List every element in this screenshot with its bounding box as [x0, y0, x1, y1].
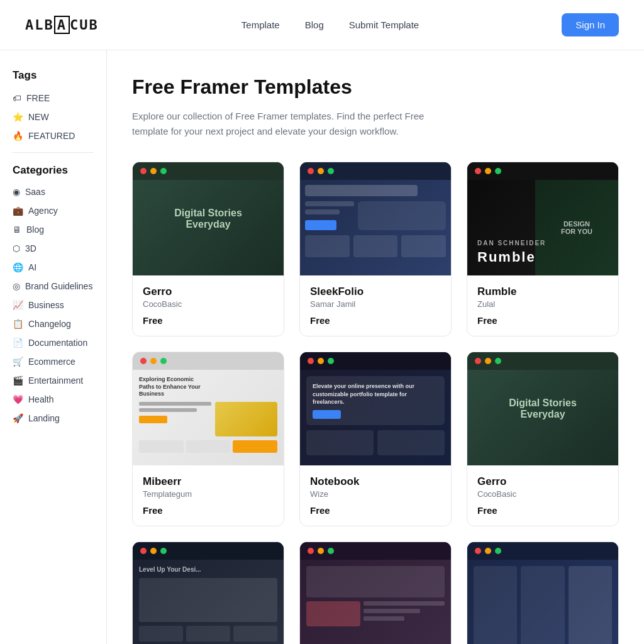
- bottom2-line: [364, 601, 445, 606]
- brand-guidelines-icon: ◎: [13, 281, 20, 291]
- card-info: Notebook Wize Free: [300, 465, 451, 526]
- dot-red: [308, 168, 314, 174]
- thumbnail-sleekfolio: [300, 162, 451, 275]
- ecommerce-label: Ecommerce: [28, 357, 75, 367]
- card-name: SleekFolio: [310, 286, 441, 298]
- sidebar-item-changelog[interactable]: 📋 Changelog: [13, 319, 94, 329]
- sidebar-item-3d[interactable]: ⬡ 3D: [13, 243, 94, 253]
- dot-red: [475, 358, 481, 364]
- gerro2-thumb-text: Digital StoriesEveryday: [509, 397, 577, 420]
- dot-yellow: [485, 168, 491, 174]
- dot-green: [495, 168, 501, 174]
- mibeerr-img-overlay: [215, 402, 277, 436]
- sleek-header: [305, 185, 418, 196]
- sidebar-item-saas[interactable]: ◉ Saas: [13, 187, 94, 197]
- thumbnail-bottom-2: [300, 542, 451, 644]
- dot-yellow: [318, 168, 324, 174]
- sidebar: Tags 🏷 FREE ⭐ NEW 🔥 FEATURED Categories …: [0, 50, 107, 644]
- tag-free[interactable]: 🏷 FREE: [13, 93, 94, 103]
- bottom1-card: [139, 626, 183, 641]
- sidebar-divider: [13, 152, 94, 153]
- nav-template-link[interactable]: Template: [242, 19, 280, 30]
- notebook-bottom: [306, 430, 445, 455]
- 3d-icon: ⬡: [13, 243, 20, 253]
- browser-bar: [133, 162, 284, 180]
- signin-button[interactable]: Sign In: [562, 13, 619, 36]
- card-info: Gerro CocoBasic Free: [133, 275, 284, 336]
- bottom3-mock: [467, 560, 618, 644]
- tag-featured[interactable]: 🔥 FEATURED: [13, 131, 94, 141]
- nav-submit-link[interactable]: Submit Template: [349, 19, 419, 30]
- blog-icon: 🖥: [13, 225, 21, 235]
- template-card-mibeerr[interactable]: Exploring EconomicPaths to Enhance YourB…: [132, 352, 284, 526]
- card-info: SleekFolio Samar Jamil Free: [300, 275, 451, 336]
- tag-new-label: NEW: [28, 112, 49, 122]
- notebook-btn: [313, 410, 341, 419]
- ai-icon: 🌐: [13, 262, 23, 272]
- business-icon: 📈: [13, 300, 23, 310]
- landing-label: Landing: [28, 413, 60, 423]
- sidebar-item-ecommerce[interactable]: 🛒 Ecommerce: [13, 357, 94, 367]
- entertainment-label: Entertainment: [28, 375, 83, 386]
- template-card-bottom-1[interactable]: Level Up Your Desi...: [132, 541, 284, 644]
- bottom2-line: [364, 609, 420, 613]
- sidebar-item-business[interactable]: 📈 Business: [13, 300, 94, 310]
- sidebar-item-landing[interactable]: 🚀 Landing: [13, 413, 94, 423]
- sidebar-item-agency[interactable]: 💼 Agency: [13, 206, 94, 216]
- sleek-left: [305, 201, 354, 230]
- dot-green: [160, 168, 167, 174]
- navbar: ALBACUB Template Blog Submit Template Si…: [0, 0, 644, 50]
- bottom1-mock: Level Up Your Desi...: [133, 560, 284, 644]
- tag-new[interactable]: ⭐ NEW: [13, 112, 94, 122]
- browser-bar: [467, 352, 618, 370]
- browser-bar: [467, 162, 618, 180]
- sidebar-item-brand-guidelines[interactable]: ◎ Brand Guidelines: [13, 281, 94, 291]
- dot-red: [475, 168, 481, 174]
- sidebar-item-health[interactable]: 💗 Health: [13, 394, 94, 404]
- bottom3-layout: [474, 566, 612, 644]
- template-card-rumble[interactable]: DAN SCHNEIDER Rumble DESIGNFOR YOU Rumbl…: [467, 162, 619, 336]
- sidebar-item-blog[interactable]: 🖥 Blog: [13, 225, 94, 235]
- card-price: Free: [477, 315, 608, 326]
- bottom2-mock: [300, 560, 451, 644]
- template-card-sleekfolio[interactable]: SleekFolio Samar Jamil Free: [299, 162, 452, 336]
- mibeerr-mock: Exploring EconomicPaths to Enhance YourB…: [133, 370, 284, 465]
- ecommerce-icon: 🛒: [13, 357, 23, 367]
- card-info: Mibeerr Templategum Free: [133, 465, 284, 526]
- categories-title: Categories: [13, 164, 94, 177]
- nav-blog-link[interactable]: Blog: [305, 19, 324, 30]
- sidebar-item-ai[interactable]: 🌐 AI: [13, 262, 94, 272]
- template-card-notebook[interactable]: Elevate your online presence with ourcus…: [299, 352, 452, 526]
- dot-yellow: [150, 548, 157, 554]
- thumbnail-mibeerr: Exploring EconomicPaths to Enhance YourB…: [133, 352, 284, 465]
- template-card-bottom-3[interactable]: [467, 541, 619, 644]
- gerro-thumb-text: Digital StoriesEveryday: [174, 208, 242, 230]
- brand-guidelines-label: Brand Guidelines: [25, 281, 92, 291]
- dot-yellow: [150, 358, 157, 364]
- card-price: Free: [143, 315, 274, 326]
- page-description: Explore our collection of Free Framer te…: [132, 109, 447, 139]
- bottom3-card: [521, 566, 564, 644]
- sleek-btn: [305, 220, 336, 230]
- browser-bar: [467, 542, 618, 560]
- dot-red: [308, 548, 314, 554]
- bottom2-img: [306, 601, 360, 626]
- dot-yellow: [485, 548, 491, 554]
- tag-free-icon: 🏷: [13, 93, 21, 103]
- template-card-bottom-2[interactable]: [299, 541, 452, 644]
- mibeerr-title: Exploring EconomicPaths to Enhance YourB…: [139, 376, 277, 398]
- ai-label: AI: [28, 262, 36, 272]
- card-name: Gerro: [143, 286, 274, 298]
- sidebar-item-entertainment[interactable]: 🎬 Entertainment: [13, 375, 94, 386]
- brand-logo[interactable]: ALBACUB: [25, 17, 99, 33]
- main-layout: Tags 🏷 FREE ⭐ NEW 🔥 FEATURED Categories …: [0, 50, 644, 644]
- main-content: Free Framer Templates Explore our collec…: [107, 50, 644, 644]
- mibeerr-small-card: [186, 440, 231, 453]
- template-card-gerro-2[interactable]: Digital StoriesEveryday Gerro CocoBasic …: [467, 352, 619, 526]
- template-card-gerro-1[interactable]: Digital StoriesEveryday Gerro CocoBasic …: [132, 162, 284, 336]
- bottom1-cards: [139, 626, 277, 641]
- sidebar-item-documentation[interactable]: 📄 Documentation: [13, 338, 94, 348]
- sleek-line: [305, 201, 354, 206]
- card-name: Notebook: [310, 475, 441, 488]
- dot-red: [140, 168, 147, 174]
